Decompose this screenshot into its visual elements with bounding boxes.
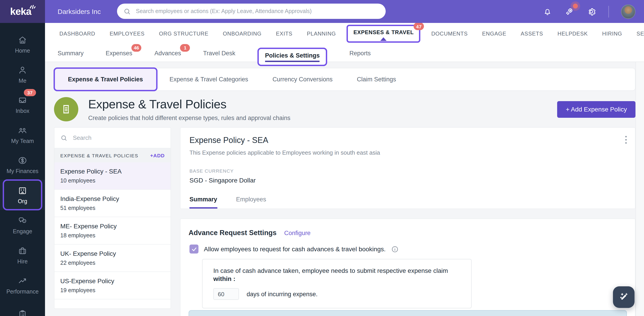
- tab-currency-conversions[interactable]: Currency Conversions: [260, 68, 345, 90]
- magic-wand-fab[interactable]: [613, 286, 634, 308]
- engage-chat-icon: [17, 216, 28, 225]
- sidebar-item-my-team[interactable]: My Team: [0, 120, 45, 150]
- tab-settings[interactable]: SETTINGS: [629, 30, 644, 37]
- add-expense-policy-button[interactable]: + Add Expense Policy: [557, 101, 636, 118]
- tab-hiring[interactable]: HIRING: [595, 30, 629, 37]
- subtab-expenses[interactable]: Expenses 46: [106, 50, 132, 56]
- days-input[interactable]: [213, 288, 239, 300]
- keka-logo[interactable]: keka: [0, 0, 45, 23]
- tab-dashboard[interactable]: DASHBOARD: [52, 30, 102, 37]
- tab-employees[interactable]: EMPLOYEES: [102, 30, 152, 37]
- active-tab-caret: [380, 37, 387, 41]
- policy-list-item[interactable]: Expense Policy - SEA 10 employees: [54, 162, 170, 190]
- app-window: keka Darksiders Inc: [0, 0, 644, 316]
- kebab-menu-icon[interactable]: [623, 134, 629, 146]
- policy-group-title: EXPENSE & TRAVEL POLICIES: [60, 153, 138, 158]
- policy-list-item[interactable]: US-Expense Policy 19 employees: [54, 272, 170, 299]
- home-icon: [18, 35, 28, 45]
- tab-engage[interactable]: ENGAGE: [475, 30, 514, 37]
- global-search-input[interactable]: [135, 8, 380, 15]
- policy-list-item[interactable]: UK- Expense Policy 22 employees: [54, 245, 170, 272]
- subtab-travel-desk[interactable]: Travel Desk: [203, 50, 235, 56]
- base-currency-value: SGD - Singapore Dollar: [190, 177, 626, 184]
- tab-org-structure[interactable]: ORG STRUCTURE: [152, 30, 216, 37]
- global-search[interactable]: [117, 3, 386, 19]
- subtab-reports[interactable]: Reports: [350, 50, 371, 56]
- brand-text: keka: [10, 5, 31, 17]
- tab-exits[interactable]: EXITS: [269, 30, 300, 37]
- configure-link[interactable]: Configure: [284, 230, 310, 237]
- policy-detail-title: Expense Policy - SEA: [190, 136, 626, 145]
- tab-expense-travel-policies[interactable]: Expense & Travel Policies: [54, 67, 157, 91]
- content-area: Expense & Travel Policies Expense & Trav…: [45, 62, 644, 316]
- org-building-icon: [18, 185, 28, 195]
- tab-expense-travel-categories[interactable]: Expense & Travel Categories: [157, 68, 260, 90]
- topbar-divider: [608, 5, 609, 17]
- policy-name: UK- Expense Policy: [60, 250, 165, 257]
- policy-description: This Expense policies applicable to Empl…: [190, 149, 626, 156]
- detail-tab-employees[interactable]: Employees: [236, 196, 266, 209]
- whats-new-rocket-icon[interactable]: [564, 6, 574, 16]
- policy-list-item[interactable]: India-Expense Policy 51 employees: [54, 190, 170, 217]
- expenses-travel-badge: 47: [414, 22, 424, 30]
- info-icon[interactable]: [391, 245, 399, 253]
- sidebar-item-org[interactable]: Org: [0, 180, 45, 210]
- advance-request-settings-card: Advance Request Settings Configure Allow…: [180, 219, 636, 316]
- clipboard-icon: [18, 309, 28, 316]
- page-header: Expense & Travel Policies Create policie…: [54, 97, 636, 121]
- sub-nav: Summary Expenses 46 Advances 1 Travel De…: [45, 44, 644, 62]
- sidebar-item-label: My Finances: [6, 168, 38, 174]
- subtab-label: Advances: [154, 50, 181, 56]
- tab-label: EXPENSES & TRAVEL: [354, 29, 414, 35]
- tab-documents[interactable]: DOCUMENTS: [424, 30, 475, 37]
- scrollbar-track[interactable]: [636, 62, 644, 316]
- page-subtitle: Create policies that hold different expe…: [88, 114, 290, 121]
- detail-tab-summary[interactable]: Summary: [190, 196, 217, 209]
- sidebar-item-me[interactable]: Me: [0, 59, 45, 89]
- sidebar-item-label: Hire: [17, 258, 28, 265]
- info-banner: Advance request will follow the same app…: [188, 310, 627, 316]
- policy-search-input[interactable]: [72, 134, 165, 142]
- notifications-bell-icon[interactable]: [543, 7, 552, 16]
- sidebar-item-inbox[interactable]: 37 Inbox: [0, 89, 45, 120]
- left-rail: Home Me 37 Inbox: [0, 23, 45, 316]
- active-subtab-underline: [265, 60, 320, 62]
- settings-tabs-bar: Expense & Travel Policies Expense & Trav…: [54, 68, 636, 91]
- policy-group-header: EXPENSE & TRAVEL POLICIES +ADD: [54, 148, 170, 162]
- settings-gear-icon[interactable]: [586, 6, 596, 16]
- user-avatar[interactable]: [621, 4, 636, 19]
- sidebar-item-my-finances[interactable]: My Finances: [0, 150, 45, 180]
- sidebar-item-engage[interactable]: Engage: [0, 210, 45, 240]
- sidebar-item-hire[interactable]: Hire: [0, 240, 45, 270]
- subtab-summary[interactable]: Summary: [58, 50, 84, 56]
- base-currency-label: BASE CURRENCY: [190, 168, 626, 174]
- logo-sparks-icon: [30, 4, 36, 9]
- topbar: keka Darksiders Inc: [0, 0, 644, 23]
- policy-employee-count: 51 employees: [60, 205, 165, 211]
- advance-request-settings-title: Advance Request Settings: [188, 229, 276, 237]
- inbox-icon: [18, 95, 28, 105]
- tab-claim-settings[interactable]: Claim Settings: [345, 68, 408, 90]
- tab-planning[interactable]: PLANNING: [300, 30, 343, 37]
- policy-name: India-Expense Policy: [60, 195, 165, 202]
- sidebar-item-home[interactable]: Home: [0, 29, 45, 59]
- allow-advances-label: Allow employees to request for cash adva…: [204, 245, 386, 253]
- policy-name: ME- Expense Policy: [60, 223, 165, 230]
- add-policy-link[interactable]: +ADD: [150, 153, 165, 158]
- tab-expenses-travel[interactable]: EXPENSES & TRAVEL 47: [347, 25, 420, 43]
- tab-assets[interactable]: ASSETS: [514, 30, 550, 37]
- policy-search[interactable]: [54, 128, 170, 148]
- sidebar-item-performance[interactable]: Performance: [0, 270, 45, 300]
- sidebar-item-label: Org: [18, 198, 27, 204]
- subtab-advances[interactable]: Advances 1: [154, 50, 181, 56]
- subtab-policies-settings[interactable]: Policies & Settings: [258, 47, 328, 66]
- policy-list-item[interactable]: ME- Expense Policy 18 employees: [54, 217, 170, 245]
- allow-advances-checkbox[interactable]: [190, 245, 198, 254]
- tab-onboarding[interactable]: ONBOARDING: [216, 30, 269, 37]
- page-title: Expense & Travel Policies: [88, 97, 290, 111]
- claim-rule-text: In case of cash advance taken, employee …: [213, 267, 460, 283]
- tab-helpdesk[interactable]: HELPDESK: [550, 30, 595, 37]
- sidebar-item-label: Engage: [13, 228, 32, 234]
- finances-dollar-icon: [18, 155, 28, 165]
- sidebar-item-project[interactable]: [0, 300, 45, 316]
